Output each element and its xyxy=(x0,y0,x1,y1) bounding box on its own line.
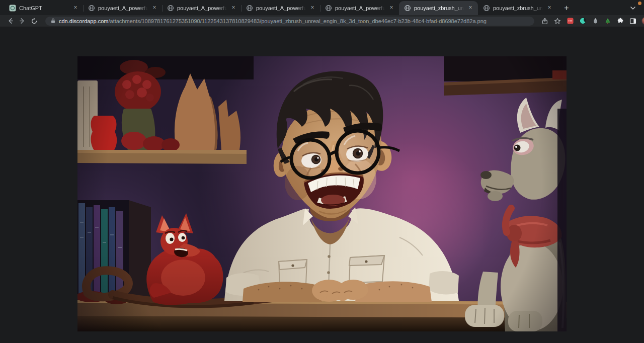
reload-icon[interactable] xyxy=(29,16,39,26)
tree-extension-icon[interactable] xyxy=(603,17,612,26)
globe-icon xyxy=(325,5,332,12)
close-icon[interactable]: × xyxy=(546,5,553,12)
url-path: /attachments/1089781761275351090/1122543… xyxy=(108,18,487,24)
tab-discord-1[interactable]: pouyaeti_A_powerful_modern × xyxy=(83,1,162,15)
tab-chatgpt[interactable]: ChatGPT × xyxy=(4,1,83,15)
tab-title: ChatGPT xyxy=(19,5,69,11)
tab-strip: ChatGPT × pouyaeti_A_powerful_modern × p… xyxy=(0,0,644,15)
extensions-puzzle-icon[interactable] xyxy=(616,17,625,26)
share-icon[interactable] xyxy=(540,17,549,26)
close-icon[interactable]: × xyxy=(388,5,395,12)
tab-title: pouyaeti_A_powerful_modern xyxy=(177,5,227,11)
side-panel-icon[interactable] xyxy=(628,17,637,26)
displayed-image[interactable] xyxy=(77,56,567,331)
tab-title: pouyaeti_A_powerful_modern xyxy=(98,5,148,11)
dark-mode-moon-icon[interactable] xyxy=(578,17,587,26)
close-icon[interactable]: × xyxy=(230,5,237,12)
vignette xyxy=(77,56,567,331)
url-address-bar[interactable]: cdn.discordapp.com/attachments/108978176… xyxy=(45,17,534,26)
tab-discord-6[interactable]: pouyaeti_zbrush_unreal_engin × xyxy=(478,1,557,15)
close-icon[interactable]: × xyxy=(309,5,316,12)
extension-red-grid-icon[interactable] xyxy=(566,17,575,26)
tab-title: pouyaeti_A_powerful_modern xyxy=(335,5,385,11)
lock-icon[interactable] xyxy=(50,18,56,24)
back-icon[interactable] xyxy=(5,16,15,26)
close-icon[interactable]: × xyxy=(72,5,79,12)
globe-icon xyxy=(246,5,253,12)
notification-dot xyxy=(638,2,641,5)
globe-icon xyxy=(404,5,411,12)
toolbar-icons xyxy=(540,17,644,26)
close-icon[interactable]: × xyxy=(467,5,474,12)
tab-search-chevron-icon[interactable] xyxy=(629,4,637,12)
bookmark-star-icon[interactable] xyxy=(553,17,562,26)
globe-icon xyxy=(167,5,174,12)
forward-icon[interactable] xyxy=(17,16,27,26)
tab-discord-2[interactable]: pouyaeti_A_powerful_modern × xyxy=(162,1,241,15)
tab-discord-4[interactable]: pouyaeti_A_powerful_modern × xyxy=(320,1,399,15)
browser-toolbar: cdn.discordapp.com/attachments/108978176… xyxy=(0,15,644,27)
chatgpt-icon xyxy=(9,5,16,12)
tab-discord-5-active[interactable]: pouyaeti_zbrush_unreal_engin × xyxy=(399,1,478,15)
new-tab-button[interactable]: + xyxy=(560,2,573,15)
profile-avatar[interactable] xyxy=(641,17,644,26)
tab-title: pouyaeti_A_powerful_modern xyxy=(256,5,306,11)
tab-discord-3[interactable]: pouyaeti_A_powerful_modern × xyxy=(241,1,320,15)
image-viewer-page xyxy=(0,27,644,342)
close-icon[interactable]: × xyxy=(151,5,158,12)
extension-grey-icon[interactable] xyxy=(591,17,600,26)
url-domain: cdn.discordapp.com xyxy=(59,18,108,24)
url-text: cdn.discordapp.com/attachments/108978176… xyxy=(59,18,487,24)
tab-title: pouyaeti_zbrush_unreal_engin xyxy=(493,5,543,11)
tab-title: pouyaeti_zbrush_unreal_engin xyxy=(414,5,464,11)
globe-icon xyxy=(88,5,95,12)
globe-icon xyxy=(483,5,490,12)
